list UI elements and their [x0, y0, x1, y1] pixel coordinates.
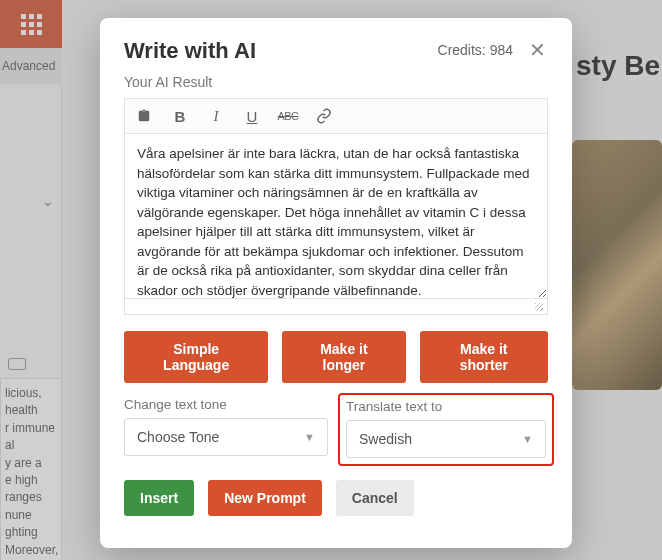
bold-icon[interactable]: B: [171, 107, 189, 125]
credits-counter: Credits: 984: [438, 42, 513, 58]
translate-select[interactable]: Swedish ▼: [346, 420, 546, 458]
translate-control: Translate text to Swedish ▼: [344, 397, 548, 460]
translate-label: Translate text to: [346, 399, 546, 414]
tone-select[interactable]: Choose Tone ▼: [124, 418, 328, 456]
strikethrough-icon[interactable]: ABC: [279, 107, 297, 125]
paste-icon[interactable]: [135, 107, 153, 125]
make-longer-button[interactable]: Make it longer: [282, 331, 405, 383]
cancel-button[interactable]: Cancel: [336, 480, 414, 516]
tone-control: Change text tone Choose Tone ▼: [124, 397, 328, 460]
link-icon[interactable]: [315, 107, 333, 125]
editor-toolbar: B I U ABC: [124, 98, 548, 133]
italic-icon[interactable]: I: [207, 107, 225, 125]
translate-highlight-box: Translate text to Swedish ▼: [338, 393, 554, 466]
chevron-down-icon: ▼: [304, 431, 315, 443]
ai-result-editor[interactable]: Våra apelsiner är inte bara läckra, utan…: [124, 133, 548, 299]
new-prompt-button[interactable]: New Prompt: [208, 480, 322, 516]
insert-button[interactable]: Insert: [124, 480, 194, 516]
close-icon[interactable]: ✕: [527, 38, 548, 62]
simple-language-button[interactable]: Simple Language: [124, 331, 268, 383]
translate-selected-value: Swedish: [359, 431, 412, 447]
tone-selected-value: Choose Tone: [137, 429, 219, 445]
modal-title: Write with AI: [124, 38, 256, 64]
chevron-down-icon: ▼: [522, 433, 533, 445]
write-with-ai-modal: Write with AI Credits: 984 ✕ Your AI Res…: [100, 18, 572, 548]
underline-icon[interactable]: U: [243, 107, 261, 125]
tone-label: Change text tone: [124, 397, 328, 412]
result-label: Your AI Result: [124, 74, 548, 90]
editor-resize-handle[interactable]: [124, 299, 548, 315]
make-shorter-button[interactable]: Make it shorter: [420, 331, 548, 383]
